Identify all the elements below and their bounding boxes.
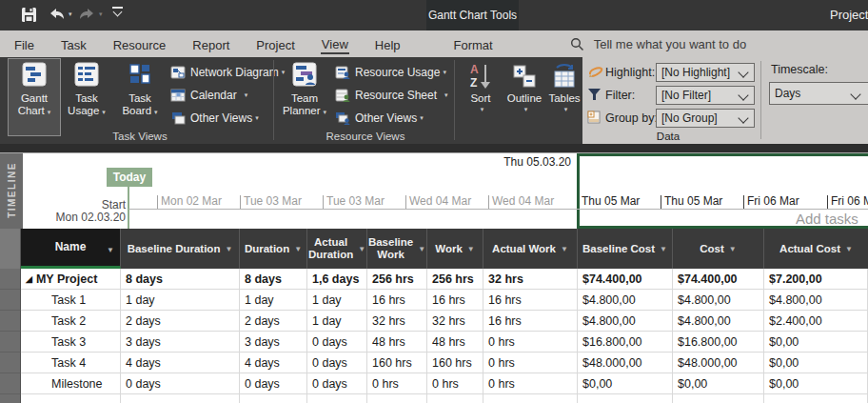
add-tasks-hint[interactable]: Add tasks [796,211,868,227]
task-usage-button[interactable]: Task Usage▾ [61,59,112,135]
filter-arrow-icon[interactable]: ▼ [418,243,425,255]
tab-format[interactable]: Format [453,34,494,54]
task-name-cell[interactable]: Task 4 [21,353,121,373]
table-cell[interactable]: $0,00 [764,373,868,394]
table-cell[interactable]: 32 hrs [367,311,427,332]
table-cell[interactable] [578,394,673,403]
table-cell[interactable]: 1 day [307,311,367,332]
task-name-cell[interactable]: Task 2 [21,311,121,332]
tab-report[interactable]: Report [191,34,230,54]
table-cell[interactable]: 16 hrs [367,290,427,311]
table-cell[interactable] [673,394,764,403]
filter-arrow-icon[interactable]: ▼ [225,243,232,255]
table-cell[interactable]: 256 hrs [427,269,483,290]
column-header-actual-work[interactable]: Actual Work▼ [483,229,578,269]
row-header[interactable] [0,269,21,290]
table-cell[interactable]: $2.400,00 [764,311,868,332]
table-cell[interactable]: $4.800,00 [578,311,673,332]
column-header-duration[interactable]: Duration▼ [240,229,307,269]
table-cell[interactable] [21,394,121,403]
table-cell[interactable]: 16 hrs [483,311,578,332]
table-cell[interactable]: 0 days [240,373,307,394]
task-board-button[interactable]: Task Board▾ [114,59,166,135]
row-header[interactable] [0,332,21,353]
table-cell[interactable]: 4 days [121,353,240,373]
table-cell[interactable]: 1 day [240,290,307,311]
table-cell[interactable]: $48.000,00 [578,353,673,373]
filter-arrow-icon[interactable]: ▼ [660,243,667,255]
timescale-dropdown[interactable]: Days [769,82,868,105]
team-planner-button[interactable]: Team Planner▾ [278,59,331,135]
table-cell[interactable]: 3 days [121,332,240,353]
resource-sheet-button[interactable]: Resource Sheet▾ [335,86,448,105]
table-cell[interactable] [240,394,307,403]
column-header-baseline-cost[interactable]: Baseline Cost▼ [578,229,673,269]
tab-help[interactable]: Help [374,34,402,54]
collapse-triangle-icon[interactable]: ◢ [26,274,32,284]
table-cell[interactable]: $4.800,00 [673,290,764,311]
tab-project[interactable]: Project [255,34,295,54]
table-cell[interactable] [483,394,578,403]
undo-dropdown[interactable]: ▾ [69,10,72,18]
resource-usage-button[interactable]: Resource Usage▾ [335,63,446,82]
table-cell[interactable]: 1,6 days [307,269,367,290]
filter-arrow-icon[interactable]: ▼ [294,243,302,255]
column-header-actual-duration[interactable]: Actual Duration▼ [307,229,367,269]
table-cell[interactable]: 4 days [240,353,307,373]
table-cell[interactable]: 48 hrs [367,332,427,353]
table-cell[interactable]: $74.400,00 [673,269,764,290]
column-header-work[interactable]: Work▼ [427,229,483,269]
table-cell[interactable]: $4.800,00 [578,290,673,311]
filter-arrow-icon[interactable]: ▼ [467,243,475,255]
table-cell[interactable]: 0 hrs [483,332,578,353]
tell-me-search[interactable]: Tell me what you want to do [570,37,746,51]
filter-arrow-icon[interactable]: ▼ [729,243,737,255]
table-cell[interactable]: $0,00 [673,373,764,394]
filter-arrow-icon[interactable]: ▼ [358,243,365,255]
select-all-corner[interactable] [0,229,21,269]
outline-button[interactable]: Outline▾ [503,60,546,138]
table-cell[interactable] [427,394,483,403]
table-cell[interactable]: 160 hrs [427,353,483,373]
table-cell[interactable]: 0 hrs [483,353,578,373]
table-cell[interactable]: 256 hrs [367,269,427,290]
group-by-dropdown[interactable]: [No Group] [656,109,755,128]
table-cell[interactable]: $16.800,00 [578,332,673,353]
calendar-button[interactable]: Calendar▾ [170,86,247,105]
filter-dropdown[interactable]: [No Filter] [656,86,755,105]
redo-button[interactable]: ▾ [78,7,103,22]
table-cell[interactable]: 0 hrs [483,373,578,394]
column-header-cost[interactable]: Cost▼ [673,229,764,269]
row-header[interactable] [0,353,21,373]
table-cell[interactable]: 1 day [121,290,240,311]
table-cell[interactable]: 2 days [240,311,307,332]
column-header-baseline-duration[interactable]: Baseline Duration▼ [121,229,240,269]
table-cell[interactable]: 16 hrs [427,290,483,311]
gantt-chart-button[interactable]: Gantt Chart▾ [8,58,61,136]
highlight-dropdown[interactable]: [No Highlight] [656,63,755,82]
table-cell[interactable] [367,394,427,403]
table-cell[interactable]: 0 hrs [427,373,483,394]
table-cell[interactable]: 48 hrs [427,332,483,353]
table-cell[interactable]: $4.800,00 [673,311,764,332]
table-cell[interactable] [307,394,367,403]
task-name-cell[interactable]: Milestone [21,373,121,394]
table-cell[interactable] [764,394,868,403]
filter-arrow-icon[interactable]: ▼ [107,244,114,256]
table-cell[interactable]: 0 days [307,373,367,394]
table-cell[interactable]: 0 days [307,353,367,373]
table-cell[interactable]: 0 days [307,332,367,353]
save-button[interactable] [21,7,37,23]
table-cell[interactable]: $0,00 [764,332,868,353]
row-header[interactable] [0,290,21,311]
table-cell[interactable]: 160 hrs [367,353,427,373]
tab-view[interactable]: View [321,33,349,54]
task-name-cell[interactable]: Task 3 [21,332,121,353]
table-cell[interactable]: 8 days [121,269,240,290]
undo-button[interactable]: ▾ [48,7,72,22]
tables-button[interactable]: Tables▾ [546,60,582,138]
table-cell[interactable] [121,394,240,403]
column-header-baseline-work[interactable]: Baseline Work▼ [367,229,427,269]
table-cell[interactable]: $16.800,00 [673,332,764,353]
column-header-actual-cost[interactable]: Actual Cost▼ [764,229,868,269]
